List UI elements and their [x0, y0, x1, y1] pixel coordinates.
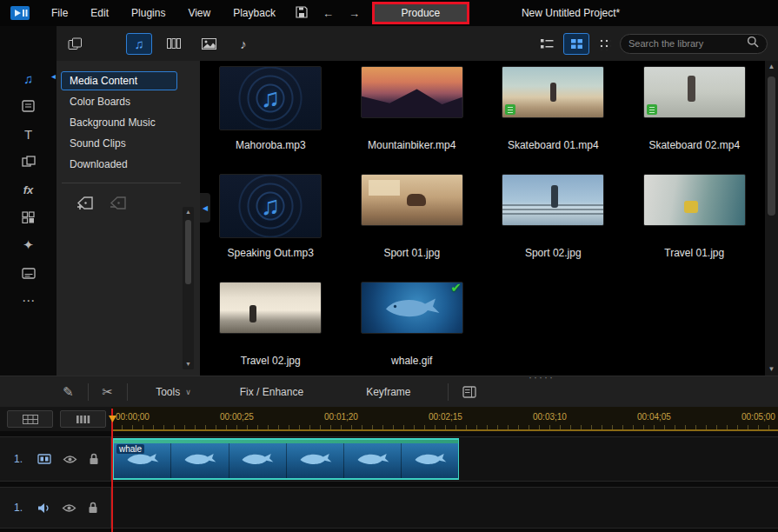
speaker-icon[interactable] — [37, 502, 50, 514]
library-scrollbar[interactable]: ▲ ▼ — [765, 61, 778, 376]
scroll-down-icon[interactable]: ▼ — [768, 363, 775, 376]
fx-icon: fx — [23, 183, 34, 196]
sidebar-item-effect-room[interactable]: fx — [0, 176, 57, 203]
sidebar-item-overlay-room[interactable] — [0, 203, 57, 231]
lock-icon[interactable] — [88, 502, 98, 514]
subtitle-icon — [22, 268, 36, 279]
category-color-boards[interactable]: Color Boards — [61, 92, 177, 111]
library-item-speaking-out[interactable]: ♫ Speaking Out.mp3 — [200, 172, 342, 280]
scroll-down-icon[interactable]: ▼ — [185, 359, 191, 369]
particle-icon: ✦ — [23, 237, 34, 253]
split-scissors-icon[interactable]: ✂ — [103, 384, 114, 400]
scrollbar-thumb[interactable] — [185, 220, 191, 284]
photos-tab[interactable] — [196, 33, 222, 55]
app-logo-icon — [0, 5, 40, 21]
eye-icon[interactable] — [63, 455, 77, 464]
track-manager-button[interactable] — [7, 410, 53, 428]
grid-view-button[interactable] — [563, 33, 589, 55]
filmstrip-icon — [76, 415, 91, 424]
photo-thumbnail[interactable] — [643, 174, 746, 226]
library-grid: ♫ Mahoroba.mp3 Mountainbiker.mp4 Skatebo… — [200, 61, 765, 376]
library-item-sport-01[interactable]: Sport 01.jpg — [342, 172, 483, 280]
music-note-icon: ♪ — [240, 37, 247, 51]
save-icon[interactable] — [296, 6, 308, 21]
storyboard-tab[interactable] — [161, 33, 187, 55]
sidebar-item-title-room[interactable]: T — [0, 120, 57, 148]
sidebar-item-templates-room[interactable] — [0, 92, 57, 120]
media-content-tab[interactable]: ♫ — [126, 33, 152, 55]
audio-thumbnail[interactable]: ♫ — [219, 66, 322, 130]
ellipsis-icon: ⋯ — [22, 293, 35, 309]
library-item-travel-02[interactable]: Travel 02.jpg — [200, 280, 342, 376]
sidebar-item-particle-room[interactable]: ✦ — [0, 231, 57, 259]
library-item-mountainbiker[interactable]: Mountainbiker.mp4 — [342, 64, 483, 172]
ruler-timestamp: 00:05;00 — [741, 412, 775, 422]
video-clip-badge-icon — [505, 104, 515, 115]
menu-edit[interactable]: Edit — [79, 7, 120, 19]
add-tag-icon[interactable] — [76, 196, 95, 210]
sidebar-item-more-rooms[interactable]: ⋯ — [0, 287, 57, 315]
video-thumbnail[interactable] — [643, 66, 746, 118]
video-track-row: 1. whale — [0, 436, 778, 482]
library-search[interactable] — [620, 34, 768, 54]
library-item-mahoroba[interactable]: ♫ Mahoroba.mp3 — [200, 64, 342, 172]
categories-scrollbar[interactable]: ▲ ▼ — [183, 207, 194, 369]
menu-file[interactable]: File — [40, 7, 79, 19]
photo-thumbnail[interactable] — [502, 174, 604, 226]
keyframe-button[interactable]: Keyframe — [366, 386, 410, 398]
library-menu-icon[interactable] — [598, 37, 611, 50]
category-background-music[interactable]: Background Music — [61, 113, 177, 132]
video-track-lane[interactable]: whale — [111, 437, 778, 481]
library-item-whale[interactable]: ✔ whale.gif — [342, 280, 483, 376]
pen-icon[interactable]: ✎ — [63, 384, 74, 400]
menu-plugins[interactable]: Plugins — [120, 7, 176, 19]
undo-icon[interactable]: ← — [323, 7, 334, 20]
search-input[interactable] — [628, 38, 747, 49]
search-icon[interactable] — [747, 36, 759, 51]
fix-enhance-button[interactable]: Fix / Enhance — [240, 386, 303, 398]
room-panel-icon[interactable] — [462, 386, 476, 398]
toolbar-corner — [0, 26, 57, 61]
list-view-button[interactable] — [534, 33, 560, 55]
menu-view[interactable]: View — [176, 7, 222, 19]
sidebar-item-subtitle-room[interactable] — [0, 259, 57, 287]
import-media-button[interactable] — [62, 33, 88, 55]
media-library: ♫ Mahoroba.mp3 Mountainbiker.mp4 Skatebo… — [200, 61, 765, 376]
library-item-skateboard-02[interactable]: Skateboard 02.mp4 — [624, 64, 766, 172]
chevron-down-icon: ∨ — [185, 388, 191, 396]
scroll-up-icon[interactable]: ▲ — [768, 61, 775, 73]
category-downloaded[interactable]: Downloaded — [61, 155, 177, 174]
photo-thumbnail[interactable] — [361, 174, 463, 226]
eye-icon[interactable] — [62, 503, 76, 513]
produce-button[interactable]: Produce — [372, 2, 469, 24]
sidebar-item-media-room[interactable]: ♫ ◂ — [0, 64, 57, 92]
audio-track-lane[interactable] — [111, 488, 778, 528]
scrollbar-thumb[interactable] — [768, 76, 775, 216]
photo-thumbnail[interactable] — [219, 282, 322, 334]
video-track-icon[interactable] — [37, 454, 51, 464]
photo-thumbnail[interactable]: ✔ — [361, 282, 463, 334]
sidebar-item-transition-room[interactable] — [0, 148, 57, 176]
remove-tag-icon[interactable] — [109, 196, 128, 210]
video-thumbnail[interactable] — [502, 66, 604, 118]
tools-menu-button[interactable]: Tools ∨ — [156, 386, 191, 398]
panel-resize-handle[interactable]: ····· — [529, 371, 555, 383]
check-icon: ✔ — [450, 282, 462, 296]
collapse-panel-button[interactable]: ◀ — [200, 193, 210, 223]
category-sound-clips[interactable]: Sound Clips — [61, 134, 177, 153]
lock-icon[interactable] — [89, 453, 99, 465]
library-item-skateboard-01[interactable]: Skateboard 01.mp4 — [482, 64, 624, 172]
redo-icon[interactable]: → — [349, 7, 360, 20]
video-thumbnail[interactable] — [361, 66, 463, 118]
library-item-travel-01[interactable]: Travel 01.jpg — [624, 172, 766, 280]
playhead[interactable] — [111, 409, 113, 532]
menu-playback[interactable]: Playback — [222, 7, 287, 19]
timeline-ruler[interactable]: 00:00;00 00:00;25 00:01;20 00:02;15 00:0… — [111, 407, 778, 431]
storyboard-view-button[interactable] — [60, 410, 106, 428]
audio-thumbnail[interactable]: ♫ — [219, 174, 322, 238]
category-media-content[interactable]: Media Content — [61, 71, 177, 90]
whale-clip[interactable]: whale — [113, 438, 459, 480]
library-item-sport-02[interactable]: Sport 02.jpg — [482, 172, 624, 280]
music-tab[interactable]: ♪ — [230, 33, 256, 55]
scroll-up-icon[interactable]: ▲ — [185, 207, 191, 217]
